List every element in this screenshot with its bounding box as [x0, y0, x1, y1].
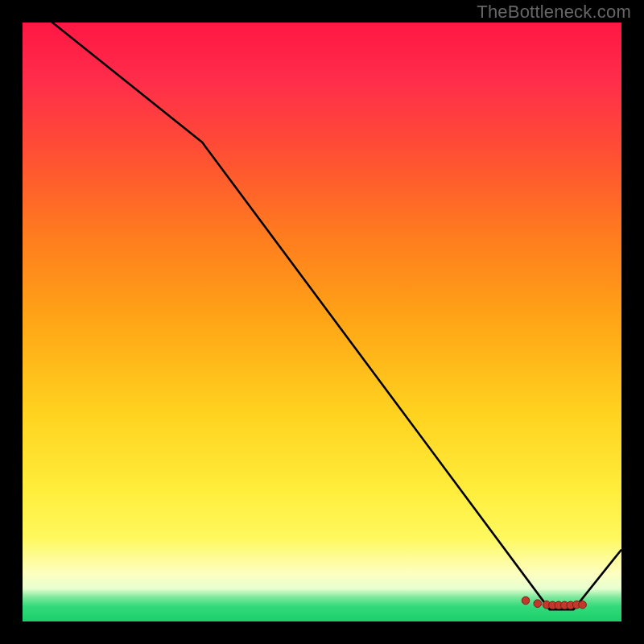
watermark-text: TheBottleneck.com	[477, 2, 631, 23]
marker-point	[522, 597, 530, 605]
plot-area	[23, 23, 621, 621]
marker-point	[534, 600, 542, 608]
series-line	[23, 0, 621, 609]
chart-frame: TheBottleneck.com	[0, 0, 644, 644]
marker-point	[579, 601, 587, 609]
chart-svg	[23, 23, 621, 621]
markers-group	[522, 597, 586, 609]
